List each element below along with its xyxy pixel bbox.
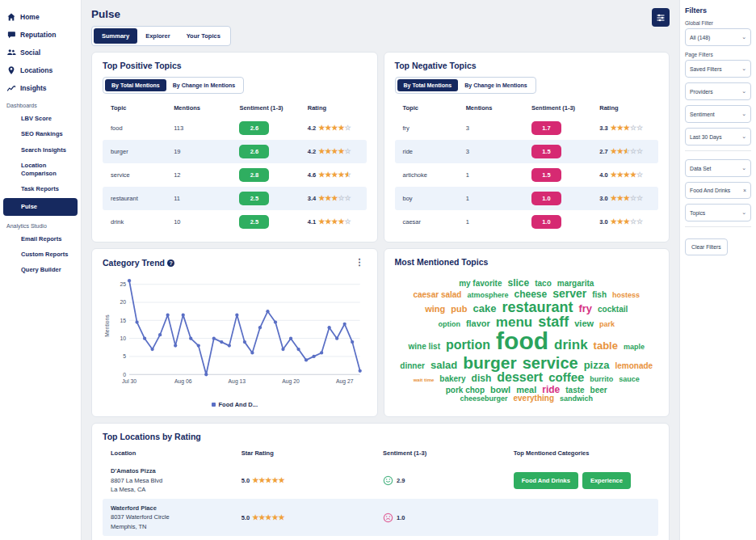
category-button-food-and-drinks[interactable]: Food And Drinks xyxy=(514,472,578,489)
word-salad[interactable]: salad xyxy=(430,360,457,370)
word-coffee[interactable]: coffee xyxy=(548,371,584,383)
positive-tab-by-total-mentions[interactable]: By Total Mentions xyxy=(105,79,166,91)
reputation-icon xyxy=(6,30,16,40)
sidebar-item-seo-rankings[interactable]: SEO Rankings xyxy=(0,126,81,141)
location-address: 8807 La Mesa Blvd xyxy=(111,476,242,485)
word-flavor[interactable]: flavor xyxy=(466,319,490,328)
tab-summary[interactable]: Summary xyxy=(94,28,137,44)
sidebar-item-locations[interactable]: Locations xyxy=(0,61,81,79)
filter-select-saved-filters[interactable]: Saved Filters⌄ xyxy=(685,60,751,78)
sidebar-item-pulse[interactable]: Pulse xyxy=(3,198,78,215)
negative-topics-table: TopicMentionsSentiment (1-3)Ratingfry31.… xyxy=(395,99,659,234)
word-portion[interactable]: portion xyxy=(446,339,490,352)
word-beer[interactable]: beer xyxy=(590,386,607,394)
word-wait-time[interactable]: wait time xyxy=(414,378,435,382)
word-drink[interactable]: drink xyxy=(554,338,588,352)
word-dessert[interactable]: dessert xyxy=(497,371,543,384)
word-everything[interactable]: everything xyxy=(513,394,554,403)
location-address: 8037 Waterford Circle xyxy=(111,513,242,521)
page-title: Pulse xyxy=(91,8,231,20)
data-point xyxy=(182,313,185,316)
word-burrito[interactable]: burrito xyxy=(590,376,613,383)
sidebar-item-reputation[interactable]: Reputation xyxy=(0,26,81,44)
sidebar-item-search-insights[interactable]: Search Insights xyxy=(0,142,81,158)
clear-filters-button[interactable]: Clear Filters xyxy=(685,238,728,255)
negative-tab-by-total-mentions[interactable]: By Total Mentions xyxy=(397,79,459,91)
sidebar-item-task-reports[interactable]: Task Reports xyxy=(0,181,81,196)
word-fry[interactable]: fry xyxy=(578,303,592,314)
word-wine-list[interactable]: wine list xyxy=(409,343,440,351)
word-view[interactable]: view xyxy=(574,319,594,328)
word-service[interactable]: service xyxy=(523,355,578,371)
word-maple[interactable]: maple xyxy=(624,344,645,351)
word-fish[interactable]: fish xyxy=(592,291,607,299)
word-bakery[interactable]: bakery xyxy=(439,375,465,383)
word-cocktail[interactable]: cocktail xyxy=(598,306,628,314)
word-dish[interactable]: dish xyxy=(472,373,492,383)
positive-tab-by-change-in-mentions[interactable]: By Change in Mentions xyxy=(166,79,242,91)
word-dinner[interactable]: dinner xyxy=(400,362,425,370)
sidebar-item-location-comparison[interactable]: Location Comparison xyxy=(0,158,81,181)
word-table[interactable]: table xyxy=(594,340,618,351)
word-option[interactable]: option xyxy=(438,321,460,328)
word-sandwich[interactable]: sandwich xyxy=(560,395,593,403)
word-hostess[interactable]: hostess xyxy=(612,292,640,299)
filter-select-last-30-days[interactable]: Last 30 Days⌄ xyxy=(685,128,751,146)
word-cake[interactable]: cake xyxy=(472,303,496,314)
sidebar-item-custom-reports[interactable]: Custom Reports xyxy=(0,247,81,262)
rating-value: 3.3 xyxy=(599,124,607,132)
word-pizza[interactable]: pizza xyxy=(584,360,610,370)
close-icon[interactable]: × xyxy=(743,188,746,193)
sidebar-item-lbv-score[interactable]: LBV Score xyxy=(0,111,81,126)
sidebar-item-query-builder[interactable]: Query Builder xyxy=(0,262,81,277)
help-icon[interactable]: ? xyxy=(167,259,174,267)
word-burger[interactable]: burger xyxy=(463,354,517,371)
word-pork-chop[interactable]: pork chop xyxy=(446,386,485,394)
sidebar-item-insights[interactable]: Insights xyxy=(0,79,81,97)
rating-cell: 4.2★★★★☆ xyxy=(308,148,363,155)
word-restaurant[interactable]: restaurant xyxy=(502,300,573,314)
word-cheese[interactable]: cheese xyxy=(514,289,548,299)
star-icon: ☆ xyxy=(636,171,643,179)
word-ride[interactable]: ride xyxy=(542,385,560,394)
filter-select-sentiment[interactable]: Sentiment⌄ xyxy=(685,105,751,123)
kebab-menu-icon[interactable]: ⋮ xyxy=(353,257,367,268)
word-bowl[interactable]: bowl xyxy=(490,386,510,394)
word-cloud-line: wingpubcakerestaurantfrycocktail xyxy=(425,300,628,314)
top-negative-title: Top Negative Topics xyxy=(395,61,659,70)
topic-cell: ride xyxy=(403,148,466,155)
filter-settings-button[interactable] xyxy=(652,8,670,27)
word-pub[interactable]: pub xyxy=(451,305,467,314)
word-wing[interactable]: wing xyxy=(425,305,445,314)
rating-value: 4.2 xyxy=(308,148,316,155)
sidebar-item-label: Social xyxy=(20,49,40,57)
filter-select-providers[interactable]: Providers⌄ xyxy=(685,82,751,100)
word-server[interactable]: server xyxy=(552,288,586,299)
word-taco[interactable]: taco xyxy=(535,280,552,288)
star-rating: ★★★★☆ xyxy=(318,148,351,155)
global-filter-select[interactable]: All (148) ⌄ xyxy=(685,28,751,46)
topic-cell: drink xyxy=(111,218,174,226)
filter-select-data-set[interactable]: Data Set⌄ xyxy=(685,159,751,177)
word-caesar-salad[interactable]: caesar salad xyxy=(413,291,461,299)
word-lemonade[interactable]: lemonade xyxy=(615,362,653,370)
word-taste[interactable]: taste xyxy=(565,386,584,394)
word-cheeseburger[interactable]: cheeseburger xyxy=(460,395,507,403)
sidebar-item-home[interactable]: Home xyxy=(0,8,81,26)
word-slice[interactable]: slice xyxy=(508,278,530,288)
category-button-experience[interactable]: Experience xyxy=(582,472,631,489)
word-food[interactable]: food xyxy=(496,329,548,354)
word-cloud-line: cheeseburgereverythingsandwich xyxy=(460,394,593,403)
sidebar-item-label: Reputation xyxy=(20,31,56,39)
negative-tab-by-change-in-mentions[interactable]: By Change in Mentions xyxy=(458,79,533,91)
word-my-favorite[interactable]: my favorite xyxy=(459,280,502,288)
sidebar-item-social[interactable]: Social xyxy=(0,44,81,61)
word-park[interactable]: park xyxy=(599,321,615,328)
tab-your-topics[interactable]: Your Topics xyxy=(178,28,229,44)
word-sauce[interactable]: sauce xyxy=(619,376,640,383)
tab-explorer[interactable]: Explorer xyxy=(137,28,178,44)
sidebar-item-label: Insights xyxy=(20,84,47,92)
filter-chip-food-and-drinks[interactable]: Food And Drinks× xyxy=(685,182,751,199)
sidebar-item-email-reports[interactable]: Email Reports xyxy=(0,231,81,247)
filter-select-topics[interactable]: Topics⌄ xyxy=(685,204,751,221)
